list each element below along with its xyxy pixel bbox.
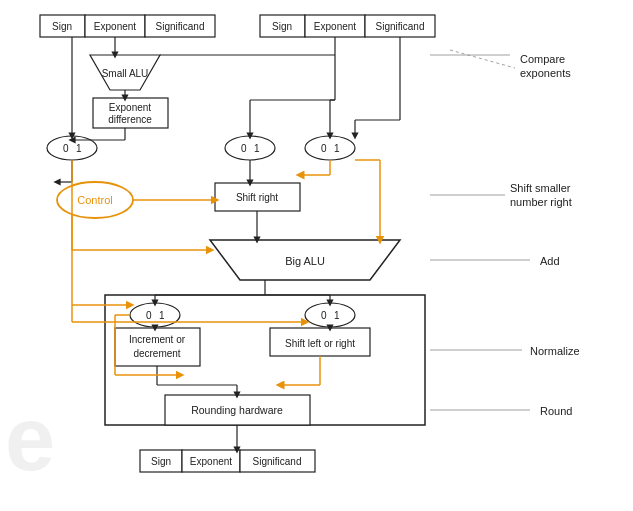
svg-text:Significand: Significand (253, 456, 302, 467)
svg-text:1: 1 (334, 310, 340, 321)
svg-text:Control: Control (77, 194, 112, 206)
svg-text:0: 0 (321, 143, 327, 154)
svg-text:Sign: Sign (272, 21, 292, 32)
svg-text:0: 0 (321, 310, 327, 321)
svg-text:1: 1 (254, 143, 260, 154)
svg-text:Rounding hardware: Rounding hardware (191, 404, 283, 416)
svg-text:Exponent: Exponent (190, 456, 232, 467)
svg-text:Normalize: Normalize (530, 345, 580, 357)
svg-text:Round: Round (540, 405, 572, 417)
svg-text:Add: Add (540, 255, 560, 267)
svg-text:Shift right: Shift right (236, 192, 278, 203)
svg-text:Significand: Significand (376, 21, 425, 32)
svg-line-100 (450, 50, 515, 68)
svg-text:Sign: Sign (151, 456, 171, 467)
svg-text:exponents: exponents (520, 67, 571, 79)
svg-text:Exponent: Exponent (94, 21, 136, 32)
svg-text:Increment or: Increment or (129, 334, 186, 345)
svg-point-59 (130, 303, 180, 327)
svg-text:Big ALU: Big ALU (285, 255, 325, 267)
svg-text:number right: number right (510, 196, 572, 208)
svg-text:1: 1 (334, 143, 340, 154)
svg-text:Sign: Sign (52, 21, 72, 32)
svg-text:Significand: Significand (156, 21, 205, 32)
svg-text:0: 0 (241, 143, 247, 154)
diagram-container: Sign Exponent Significand Sign Exponent … (0, 0, 633, 511)
svg-text:Exponent: Exponent (109, 102, 151, 113)
svg-text:decrement: decrement (133, 348, 180, 359)
watermark: e (5, 388, 55, 491)
svg-text:1: 1 (76, 143, 82, 154)
svg-text:1: 1 (159, 310, 165, 321)
svg-text:Shift left or right: Shift left or right (285, 338, 355, 349)
svg-text:Shift smaller: Shift smaller (510, 182, 571, 194)
svg-text:Exponent: Exponent (314, 21, 356, 32)
svg-text:0: 0 (63, 143, 69, 154)
svg-point-27 (305, 136, 355, 160)
svg-text:0: 0 (146, 310, 152, 321)
svg-text:Compare: Compare (520, 53, 565, 65)
svg-point-24 (225, 136, 275, 160)
svg-text:difference: difference (108, 114, 152, 125)
svg-text:Small ALU: Small ALU (102, 68, 149, 79)
svg-point-62 (305, 303, 355, 327)
